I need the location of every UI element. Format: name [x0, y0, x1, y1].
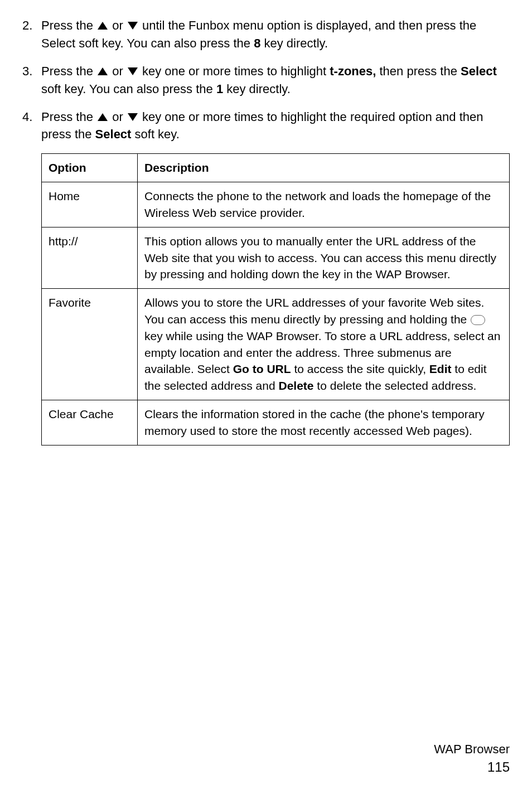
text-span: Connects the phone to the network and lo…	[144, 190, 491, 219]
option-cell: http://	[42, 227, 138, 288]
triangle-up-icon	[98, 22, 108, 30]
text-span: to access the site quickly,	[291, 362, 429, 375]
list-item: 4.Press the or key one or more times to …	[22, 108, 510, 144]
text-span: or	[109, 64, 127, 78]
list-content: Press the or until the Funbox menu optio…	[41, 17, 510, 52]
option-cell: Clear Cache	[42, 400, 138, 445]
options-table: Option Description HomeConnects the phon…	[41, 153, 510, 445]
text-span: or	[109, 18, 127, 32]
text-span: Press the	[41, 110, 96, 124]
table-row: Clear CacheClears the information stored…	[42, 400, 510, 445]
option-cell: Favorite	[42, 289, 138, 400]
text-span: Go to URL	[233, 362, 291, 375]
text-span: soft key. You can also press the	[41, 82, 216, 96]
triangle-up-icon	[98, 113, 108, 121]
text-span: This option allows you to manually enter…	[144, 235, 496, 281]
list-item: 3.Press the or key one or more times to …	[22, 62, 510, 98]
option-header: Option	[42, 154, 138, 182]
table-row: FavoriteAllows you to store the URL addr…	[42, 289, 510, 400]
text-span: Edit	[429, 362, 452, 375]
table-header-row: Option Description	[42, 154, 510, 182]
text-span: key directly.	[223, 82, 291, 96]
text-span: Select	[95, 127, 132, 141]
table-row: http://This option allows you to manuall…	[42, 227, 510, 288]
footer-title: WAP Browser	[434, 741, 510, 758]
text-span: or	[109, 110, 127, 124]
description-cell: Clears the information stored in the cac…	[138, 400, 510, 445]
text-span: Press the	[41, 18, 96, 32]
text-span: 8	[254, 36, 260, 50]
list-item: 2.Press the or until the Funbox menu opt…	[22, 17, 510, 52]
option-cell: Home	[42, 182, 138, 227]
triangle-down-icon	[128, 113, 138, 121]
key-icon	[471, 315, 485, 325]
page-number: 115	[434, 758, 510, 777]
description-cell: Connects the phone to the network and lo…	[138, 182, 510, 227]
text-span: t-zones,	[330, 64, 376, 78]
text-span: 1	[216, 82, 223, 96]
list-content: Press the or key one or more times to hi…	[41, 108, 510, 144]
description-cell: Allows you to store the URL addresses of…	[138, 289, 510, 400]
text-span: then press the	[376, 64, 461, 78]
list-content: Press the or key one or more times to hi…	[41, 62, 510, 98]
text-span: Select	[461, 64, 497, 78]
ordered-list: 2.Press the or until the Funbox menu opt…	[22, 17, 510, 143]
text-span: Delete	[279, 379, 314, 392]
text-span: soft key.	[131, 127, 179, 141]
page-footer: WAP Browser 115	[434, 741, 510, 777]
text-span: to delete the selected address.	[314, 379, 477, 392]
text-span: key directly.	[260, 36, 328, 50]
text-span: Clears the information stored in the cac…	[144, 408, 485, 437]
triangle-down-icon	[128, 67, 138, 75]
list-number: 2.	[22, 17, 41, 52]
triangle-down-icon	[128, 22, 138, 30]
description-header: Description	[138, 154, 510, 182]
triangle-up-icon	[98, 67, 108, 75]
table-row: HomeConnects the phone to the network an…	[42, 182, 510, 227]
list-number: 3.	[22, 62, 41, 98]
text-span: Press the	[41, 64, 96, 78]
text-span: key one or more times to highlight	[139, 64, 330, 78]
description-cell: This option allows you to manually enter…	[138, 227, 510, 288]
list-number: 4.	[22, 108, 41, 144]
text-span: Allows you to store the URL addresses of…	[144, 296, 484, 326]
